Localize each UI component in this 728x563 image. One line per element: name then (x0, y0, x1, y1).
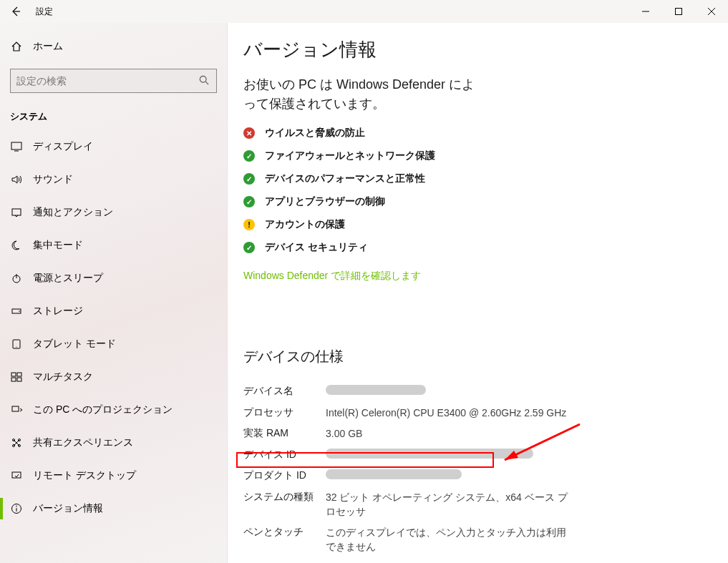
sidebar-item-5[interactable]: ストレージ (0, 295, 227, 328)
spec-key: プロダクト ID (243, 469, 326, 482)
spec-value: 32 ビット オペレーティング システム、x64 ベース プロセッサ (326, 491, 569, 519)
device-spec-table: デバイス名 プロセッサ Intel(R) Celeron(R) CPU E340… (243, 385, 728, 554)
svg-point-14 (16, 346, 16, 347)
home-icon (10, 41, 23, 52)
home-label: ホーム (33, 40, 63, 53)
search-input[interactable] (16, 75, 199, 87)
sidebar-item-label: サウンド (33, 173, 73, 186)
sidebar-item-label: ディスプレイ (33, 140, 93, 153)
spec-row-system-type: システムの種類 32 ビット オペレーティング システム、x64 ベース プロセ… (243, 491, 728, 519)
status-warn-icon: ! (243, 219, 255, 230)
spec-key: プロセッサ (243, 406, 326, 419)
svg-point-4 (200, 76, 206, 82)
titlebar: 設定 (0, 0, 728, 23)
redacted-value (326, 469, 462, 479)
spec-value: このディスプレイでは、ペン入力とタッチ入力は利用できません (326, 526, 569, 554)
status-item-5[interactable]: ✓デバイス セキュリティ (243, 241, 728, 254)
svg-rect-15 (11, 373, 16, 376)
close-icon (708, 8, 715, 15)
svg-rect-17 (11, 378, 16, 381)
minimize-icon (642, 8, 649, 15)
spec-value: Intel(R) Celeron(R) CPU E3400 @ 2.60GHz … (326, 406, 566, 421)
svg-rect-19 (12, 406, 19, 411)
sidebar-item-8[interactable]: この PC へのプロジェクション (0, 393, 227, 426)
sidebar-item-2[interactable]: 通知とアクション (0, 196, 227, 229)
focus-icon (10, 240, 23, 251)
sidebar-item-6[interactable]: タブレット モード (0, 328, 227, 361)
sidebar-item-label: タブレット モード (33, 338, 116, 351)
defender-details-link[interactable]: Windows Defender で詳細を確認します (243, 270, 421, 283)
sidebar-item-label: この PC へのプロジェクション (33, 403, 173, 416)
defender-status-text: お使いの PC は Windows Defender によって保護されています。 (243, 75, 480, 114)
category-heading: システム (0, 103, 227, 130)
status-item-2[interactable]: ✓デバイスのパフォーマンスと正常性 (243, 172, 728, 185)
projection-icon (10, 404, 23, 416)
redacted-value (326, 385, 426, 395)
status-label: ファイアウォールとネットワーク保護 (265, 150, 435, 162)
app-title: 設定 (36, 6, 53, 18)
status-item-0[interactable]: ✕ウイルスと脅威の防止 (243, 127, 728, 139)
close-button[interactable] (695, 0, 728, 23)
sidebar-item-label: リモート デスクトップ (33, 469, 136, 482)
sidebar-item-label: ストレージ (33, 305, 83, 318)
status-err-icon: ✕ (243, 127, 255, 139)
device-spec-heading: デバイスの仕様 (243, 347, 728, 366)
status-label: アカウントの保護 (265, 218, 345, 231)
status-item-4[interactable]: !アカウントの保護 (243, 218, 728, 231)
spec-row-ram: 実装 RAM 3.00 GB (243, 427, 728, 441)
sidebar-item-1[interactable]: サウンド (0, 163, 227, 196)
sidebar-item-label: 共有エクスペリエンス (33, 436, 133, 449)
status-label: デバイスのパフォーマンスと正常性 (265, 172, 425, 185)
svg-rect-8 (12, 209, 21, 215)
sidebar-item-9[interactable]: 共有エクスペリエンス (0, 426, 227, 459)
spec-row-pen-touch: ペンとタッチ このディスプレイでは、ペン入力とタッチ入力は利用できません (243, 526, 728, 554)
spec-key: デバイス ID (243, 449, 326, 461)
sound-icon (10, 174, 23, 185)
power-icon (10, 273, 23, 284)
sidebar-item-3[interactable]: 集中モード (0, 229, 227, 262)
status-label: ウイルスと脅威の防止 (265, 127, 365, 139)
sidebar-item-label: 通知とアクション (33, 206, 113, 219)
maximize-icon (675, 8, 682, 15)
spec-row-processor: プロセッサ Intel(R) Celeron(R) CPU E3400 @ 2.… (243, 406, 728, 421)
back-button[interactable] (0, 0, 31, 23)
main-content: バージョン情報 お使いの PC は Windows Defender によって保… (228, 23, 728, 563)
sidebar-item-4[interactable]: 電源とスリープ (0, 262, 227, 295)
svg-rect-1 (676, 9, 682, 15)
spec-row-product-id: プロダクト ID (243, 469, 728, 484)
storage-icon (10, 305, 23, 317)
spec-row-device-name: デバイス名 (243, 385, 728, 399)
spec-key: ペンとタッチ (243, 526, 326, 539)
status-item-3[interactable]: ✓アプリとブラウザーの制御 (243, 195, 728, 208)
status-ok-icon: ✓ (243, 150, 255, 162)
sidebar-item-label: バージョン情報 (33, 502, 103, 515)
spec-key: システムの種類 (243, 491, 326, 504)
sidebar-item-label: 電源とスリープ (33, 272, 103, 285)
sidebar-item-0[interactable]: ディスプレイ (0, 130, 227, 163)
home-button[interactable]: ホーム (0, 30, 227, 63)
status-ok-icon: ✓ (243, 173, 255, 185)
svg-rect-16 (17, 373, 21, 376)
maximize-button[interactable] (662, 0, 695, 23)
multitask-icon (10, 371, 23, 383)
remote-icon (10, 470, 23, 481)
shared-icon (10, 437, 23, 449)
back-arrow-icon (10, 6, 21, 17)
spec-key: 実装 RAM (243, 427, 326, 440)
status-label: デバイス セキュリティ (265, 241, 368, 254)
page-title: バージョン情報 (243, 37, 728, 62)
status-label: アプリとブラウザーの制御 (265, 195, 385, 208)
search-box[interactable] (10, 69, 217, 93)
sidebar-item-10[interactable]: リモート デスクトップ (0, 459, 227, 492)
defender-status-list: ✕ウイルスと脅威の防止✓ファイアウォールとネットワーク保護✓デバイスのパフォーマ… (243, 127, 728, 254)
display-icon (10, 141, 23, 152)
sidebar-item-7[interactable]: マルチタスク (0, 361, 227, 393)
status-item-1[interactable]: ✓ファイアウォールとネットワーク保護 (243, 150, 728, 162)
sidebar-item-label: マルチタスク (33, 371, 93, 383)
info-icon (10, 503, 23, 514)
minimize-button[interactable] (629, 0, 662, 23)
status-ok-icon: ✓ (243, 242, 255, 253)
sidebar-item-11[interactable]: バージョン情報 (0, 492, 227, 525)
status-ok-icon: ✓ (243, 196, 255, 207)
svg-rect-18 (17, 378, 21, 381)
